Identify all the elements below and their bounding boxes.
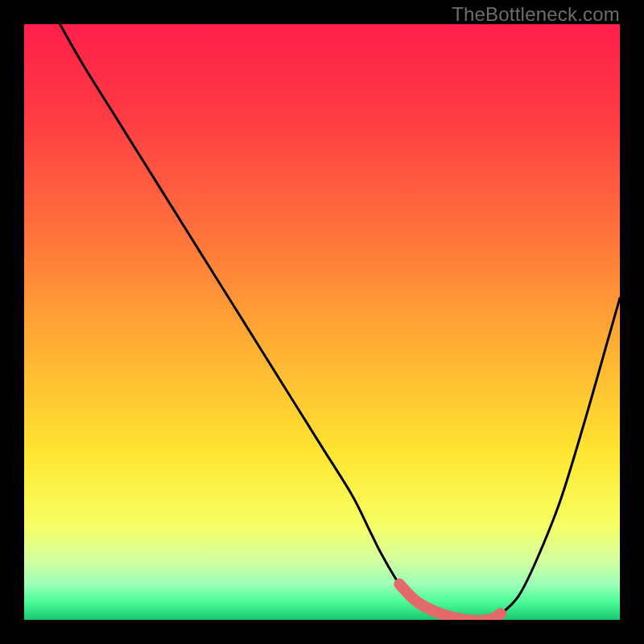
watermark-text: TheBottleneck.com [452, 3, 620, 26]
plot-area [24, 24, 620, 620]
bottleneck-curve [60, 24, 620, 620]
chart-frame: TheBottleneck.com [0, 0, 644, 644]
optimal-endpoint-dot [495, 609, 506, 620]
optimal-range-highlight [399, 584, 501, 620]
curve-layer [24, 24, 620, 620]
